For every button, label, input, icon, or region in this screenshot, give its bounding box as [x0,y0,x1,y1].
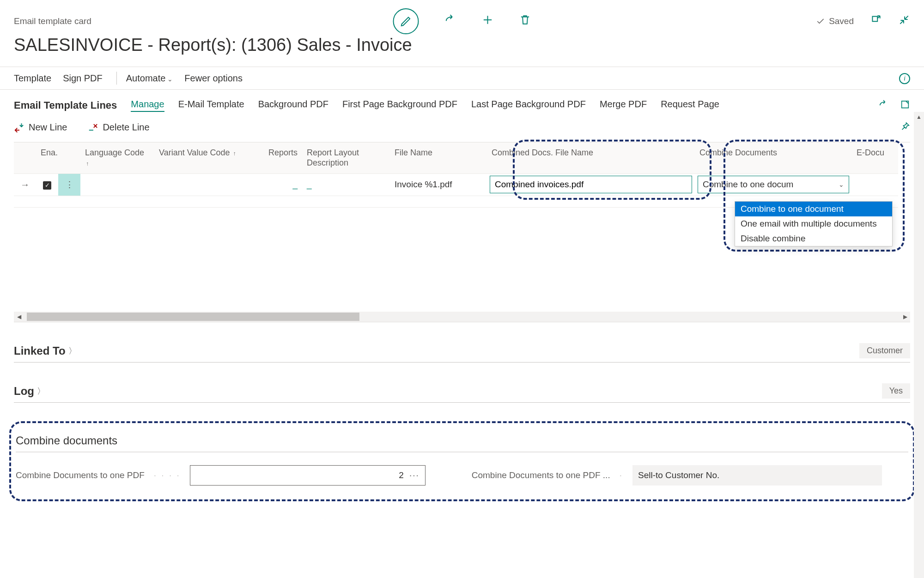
col-variant-value-code[interactable]: Variant Value Code ↑ [154,142,247,174]
combine-count-label: Combine Documents to one PDF [16,470,145,480]
check-icon [816,17,825,26]
col-language-code[interactable]: Language Code ↑ [80,142,154,174]
dropdown-option[interactable]: Disable combine [735,231,892,246]
info-button[interactable]: i [899,72,910,84]
maximize-icon [900,99,910,110]
col-enabled[interactable]: Ena... [36,142,58,174]
lines-share-button[interactable] [878,99,888,112]
sort-asc-icon: ↑ [233,150,236,157]
combine-field-value: Sell-to Customer No. [632,465,882,486]
saved-status: Saved [816,16,854,26]
row-selector[interactable] [14,196,36,208]
collapse-icon [898,14,910,26]
reports-cell[interactable]: _ [247,174,302,196]
tab-email-template[interactable]: E-Mail Template [178,99,244,112]
share-button[interactable] [444,14,456,28]
new-line-button[interactable]: New Line [14,122,67,133]
col-reports[interactable]: Reports [247,142,302,174]
dots-filler: · · · · [154,470,181,480]
cmd-fewer-options[interactable]: Fewer options [184,73,243,84]
scroll-up-icon[interactable]: ▲ [914,112,924,122]
delete-button[interactable] [519,14,531,28]
col-file-name[interactable]: File Name [390,142,487,174]
new-button[interactable] [482,14,494,28]
row-menu-button[interactable] [58,174,80,196]
new-line-icon [14,123,24,133]
lines-section-title: Email Template Lines [14,99,117,111]
row-selector[interactable]: → [14,174,36,196]
pencil-icon [400,15,412,27]
horizontal-scrollbar[interactable]: ◀ ▶ [14,312,910,322]
chevron-down-icon: ⌄ [839,181,844,188]
share-icon [878,99,888,110]
dots-filler: · [620,470,623,480]
row-menu-button[interactable] [58,196,80,208]
col-e-docu[interactable]: E-Docu [852,142,898,174]
combined-file-name-input[interactable] [490,176,692,193]
plus-icon [482,14,494,26]
edit-button[interactable] [393,8,419,34]
combine-section-title: Combine documents [16,432,908,452]
linked-to-badge: Customer [859,343,910,358]
ellipsis-icon[interactable]: ··· [409,470,419,480]
tab-manage[interactable]: Manage [131,99,164,112]
tab-first-page-bg[interactable]: First Page Background PDF [342,99,457,112]
chevron-down-icon: ⌄ [167,75,173,83]
combine-documents-section: Combine documents Combine Documents to o… [9,421,915,501]
combine-documents-dropdown: Combine to one document One email with m… [735,201,893,246]
tab-last-page-bg[interactable]: Last Page Background PDF [471,99,586,112]
tab-request-page[interactable]: Request Page [661,99,719,112]
cmd-sign-pdf[interactable]: Sign PDF [63,73,103,84]
enabled-checkbox[interactable]: ✓ [36,174,58,196]
sort-asc-icon: ↑ [86,160,89,167]
variant-value-code-cell[interactable] [154,174,247,196]
linked-to-toggle[interactable]: Linked To〉 [14,344,77,357]
separator [116,72,117,85]
delete-line-button[interactable]: Delete Line [88,122,149,133]
combine-documents-select[interactable]: Combine to one docum ⌄ [698,176,849,193]
info-icon: i [899,73,910,84]
scroll-thumb[interactable] [27,313,359,321]
collapse-button[interactable] [898,14,910,28]
e-docu-cell[interactable] [852,174,898,196]
cmd-template[interactable]: Template [14,73,51,84]
popout-icon [870,14,882,26]
combine-count-input[interactable]: 2 ··· [190,465,426,486]
pin-button[interactable] [900,121,910,134]
enabled-checkbox[interactable] [36,196,58,208]
scroll-left-icon[interactable]: ◀ [14,312,24,322]
report-layout-desc-cell[interactable]: _ [302,174,390,196]
command-bar: Template Sign PDF Automate⌄ Fewer option… [0,67,924,90]
delete-line-icon [88,123,98,133]
more-vertical-icon [65,179,74,190]
lines-maximize-button[interactable] [900,99,910,112]
lines-grid: Ena... Language Code ↑ Variant Value Cod… [14,142,910,322]
language-code-cell[interactable] [80,174,154,196]
combine-field-label: Combine Documents to one PDF ... [472,470,610,480]
log-badge: Yes [882,383,910,399]
dropdown-option[interactable]: One email with multiple documents [735,216,892,231]
breadcrumb: Email template card [14,16,91,26]
trash-icon [519,14,531,26]
tab-background-pdf[interactable]: Background PDF [258,99,328,112]
tab-merge-pdf[interactable]: Merge PDF [600,99,647,112]
chevron-right-icon: 〉 [68,345,77,357]
col-combine-documents[interactable]: Combine Documents [695,142,852,174]
cmd-automate[interactable]: Automate⌄ [126,73,173,84]
col-report-layout-desc[interactable]: Report Layout Description [302,142,390,174]
scroll-right-icon[interactable]: ▶ [900,312,910,322]
share-icon [444,14,456,26]
open-new-window-button[interactable] [870,14,882,28]
vertical-scrollbar[interactable]: ▲ [914,112,924,578]
chevron-right-icon: 〉 [37,386,45,397]
log-toggle[interactable]: Log〉 [14,385,45,398]
file-name-cell[interactable]: Invoice %1.pdf [390,174,487,196]
dropdown-option[interactable]: Combine to one document [735,202,892,216]
col-combined-file-name[interactable]: Combined Docs. File Name [487,142,695,174]
pin-icon [900,121,910,131]
